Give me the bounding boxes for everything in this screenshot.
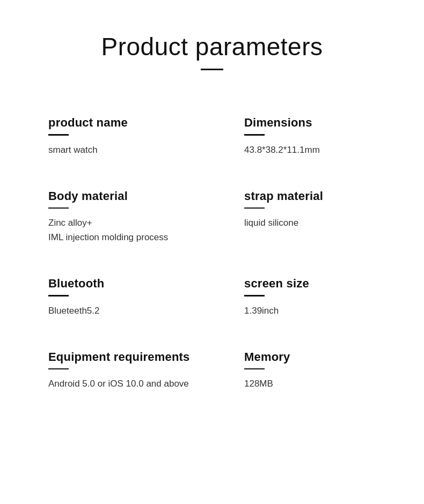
param-cell-product-name: product namesmart watch [43, 100, 212, 173]
title-underline [201, 69, 223, 70]
param-value-body-material: Zinc alloy+IML injection molding process [48, 216, 191, 244]
page-title: Product parameters [43, 32, 381, 61]
param-cell-memory: Memory128MB [212, 334, 381, 407]
param-label-screen-size: screen size [244, 277, 376, 291]
param-value-product-name: smart watch [48, 143, 191, 157]
param-label-underline-screen-size [244, 295, 265, 297]
param-value-screen-size: 1.39inch [244, 304, 376, 318]
param-label-bluetooth: Bluetooth [48, 277, 191, 291]
param-label-memory: Memory [244, 350, 376, 364]
param-label-equipment-requirements: Equipment requirements [48, 350, 191, 364]
param-label-underline-product-name [48, 134, 69, 136]
param-value-memory: 128MB [244, 377, 376, 391]
param-value-strap-material: liquid silicone [244, 216, 376, 230]
param-label-underline-strap-material [244, 207, 265, 209]
page-container: Product parameters product namesmart wat… [0, 0, 424, 504]
param-label-underline-memory [244, 368, 265, 370]
param-label-product-name: product name [48, 116, 191, 130]
page-title-section: Product parameters [43, 32, 381, 70]
param-label-strap-material: strap material [244, 189, 376, 203]
param-cell-equipment-requirements: Equipment requirementsAndroid 5.0 or iOS… [43, 334, 212, 407]
param-cell-bluetooth: BluetoothBlueteeth5.2 [43, 261, 212, 334]
param-value-equipment-requirements: Android 5.0 or iOS 10.0 and above [48, 377, 191, 391]
param-label-underline-body-material [48, 207, 69, 209]
param-cell-strap-material: strap materialliquid silicone [212, 173, 381, 261]
param-cell-body-material: Body materialZinc alloy+IML injection mo… [43, 173, 212, 261]
param-value-bluetooth: Blueteeth5.2 [48, 304, 191, 318]
param-value-dimensions: 43.8*38.2*11.1mm [244, 143, 376, 157]
param-cell-dimensions: Dimensions43.8*38.2*11.1mm [212, 100, 381, 173]
params-grid: product namesmart watchDimensions43.8*38… [43, 100, 381, 407]
param-label-underline-bluetooth [48, 295, 69, 297]
param-label-dimensions: Dimensions [244, 116, 376, 130]
param-cell-screen-size: screen size1.39inch [212, 261, 381, 334]
param-label-underline-dimensions [244, 134, 265, 136]
param-label-body-material: Body material [48, 189, 191, 203]
param-label-underline-equipment-requirements [48, 368, 69, 370]
